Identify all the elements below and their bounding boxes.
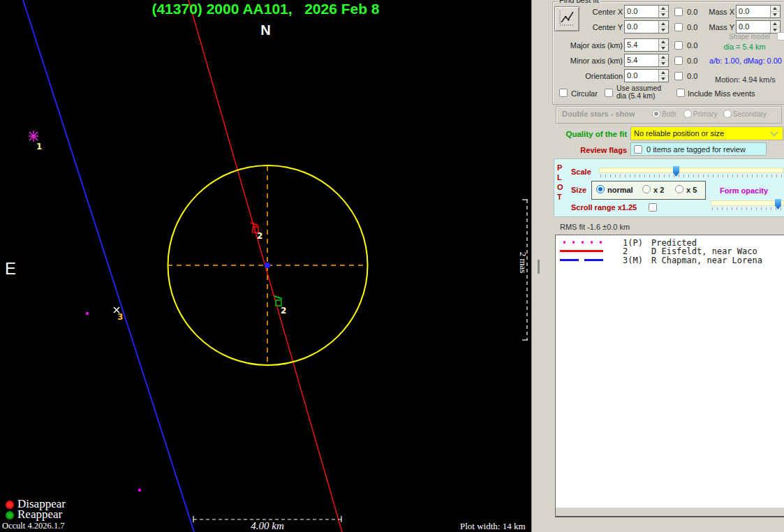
app-version: Occult 4.2026.1.7 xyxy=(2,521,65,531)
mas-bar-label: 2 mas xyxy=(517,246,528,279)
reappear-legend-label: Reappear xyxy=(17,508,62,522)
size-normal-radio[interactable] xyxy=(596,185,605,193)
quality-dropdown-value: No reliable position or size xyxy=(631,129,771,138)
line-sample-red-solid xyxy=(560,250,603,252)
minor-axis-error: 0.0 xyxy=(687,57,697,65)
size-x2-radio[interactable] xyxy=(642,185,651,193)
mass-x-label: Mass X xyxy=(707,8,734,16)
scroll-range-checkbox[interactable] xyxy=(649,203,657,212)
minor-axis-fit-checkbox[interactable] xyxy=(674,57,683,65)
observer-num: 2 xyxy=(623,246,628,256)
plot-title: (41370) 2000 AA101, 2026 Feb 8 xyxy=(0,1,531,17)
observer-row-3[interactable]: 3(M) R Chapman, near Lorena xyxy=(556,256,784,264)
review-flags-checkbox[interactable] xyxy=(634,145,642,154)
orientation-spinner[interactable] xyxy=(658,70,668,82)
size-x5-label: x 5 xyxy=(686,186,697,194)
center-y-input[interactable]: 0.0 xyxy=(624,20,669,34)
orientation-value: 0.0 xyxy=(625,70,658,82)
center-x-label: Center X xyxy=(577,8,623,16)
use-assumed-dia-checkbox[interactable] xyxy=(605,89,613,97)
major-axis-input[interactable]: 5.4 xyxy=(624,38,669,52)
orientation-label: Orientation xyxy=(549,72,623,80)
orientation-error: 0.0 xyxy=(687,72,697,80)
double-stars-primary-radio[interactable] xyxy=(683,110,692,118)
control-panel: Find best fit Center X 0.0 0.0 Mass X 0.… xyxy=(531,0,784,532)
svg-text:3: 3 xyxy=(117,312,123,322)
mass-x-input[interactable]: 0.0 xyxy=(736,5,781,18)
center-x-value: 0.0 xyxy=(625,6,658,17)
minor-axis-label: Minor axis (km) xyxy=(549,57,623,65)
size-x5-radio[interactable] xyxy=(675,185,683,193)
center-x-fit-checkbox[interactable] xyxy=(674,8,683,16)
double-stars-secondary-radio[interactable] xyxy=(723,110,732,118)
mass-y-label: Mass Y xyxy=(707,23,734,31)
disappear-dot-icon xyxy=(6,501,14,509)
center-y-spinner[interactable] xyxy=(658,21,668,33)
observer-row-predicted[interactable]: 1(P) Predicted xyxy=(556,238,784,246)
reappear-dot-icon xyxy=(6,511,14,519)
size-x2-label: x 2 xyxy=(653,186,664,194)
review-flags-label: Review flags xyxy=(557,146,627,154)
size-normal-label: normal xyxy=(607,186,633,194)
center-y-value: 0.0 xyxy=(625,21,658,33)
form-opacity-slider[interactable] xyxy=(711,199,784,211)
review-flags-text: 0 items are tagged for review xyxy=(646,145,746,154)
orientation-fit-checkbox[interactable] xyxy=(674,72,683,80)
plot-width-label: Plot width: 14 km xyxy=(460,521,526,532)
include-miss-checkbox[interactable] xyxy=(676,89,685,97)
scroll-range-label: Scroll range x1.25 xyxy=(571,203,637,212)
run-fit-button[interactable] xyxy=(554,6,579,31)
svg-text:2: 2 xyxy=(281,306,286,316)
observers-list[interactable]: 1(P) Predicted 2 D Eisfeldt, near Waco 3… xyxy=(555,235,784,517)
east-label: E xyxy=(5,259,16,279)
circular-label: Circular xyxy=(571,89,598,98)
minor-axis-input[interactable]: 5.4 xyxy=(624,54,669,67)
form-opacity-label: Form opacity xyxy=(720,186,768,195)
shape-model-label: Shape model xyxy=(729,33,770,40)
include-miss-label: Include Miss events xyxy=(688,89,755,98)
minor-axis-value: 5.4 xyxy=(625,54,658,66)
motion-text: Motion: 4.94 km/s xyxy=(715,75,776,84)
major-axis-label: Major axis (km) xyxy=(549,41,623,50)
line-sample-magenta-dotted xyxy=(560,241,603,244)
quality-of-fit-label: Quality of the fit xyxy=(557,130,627,138)
diameter-text: dia = 5.4 km xyxy=(708,43,781,51)
shape-model-checkbox[interactable] xyxy=(777,32,784,40)
mass-y-spinner[interactable] xyxy=(770,21,780,33)
north-label: N xyxy=(0,22,531,38)
double-stars-both-radio[interactable] xyxy=(652,110,660,118)
major-axis-value: 5.4 xyxy=(625,39,658,51)
circular-checkbox[interactable] xyxy=(559,89,568,97)
major-axis-fit-checkbox[interactable] xyxy=(674,41,683,50)
plot-svg[interactable]: 1223 xyxy=(0,0,531,532)
center-x-spinner[interactable] xyxy=(658,6,668,17)
find-best-fit-caption: Find best fit xyxy=(557,0,601,4)
observer-num: 3(M) xyxy=(623,256,643,265)
scale-slider[interactable] xyxy=(599,166,783,178)
major-axis-spinner[interactable] xyxy=(658,39,668,51)
observer-name: R Chapman, near Lorena xyxy=(651,256,762,265)
double-stars-caption: Double stars - show xyxy=(562,110,635,118)
mass-y-value: 0.0 xyxy=(737,21,770,33)
axis-ratio-text: a/b: 1.00, dMag: 0.00 xyxy=(707,57,784,65)
observer-row-2[interactable]: 2 D Eisfeldt, near Waco xyxy=(556,246,784,255)
svg-text:1: 1 xyxy=(36,142,42,152)
use-assumed-dia-label: Use assumed dia (5.4 km) xyxy=(616,84,672,100)
chevron-down-icon xyxy=(770,128,778,135)
scale-bar-label: 4.00 km xyxy=(209,520,325,532)
center-y-fit-checkbox[interactable] xyxy=(674,23,683,31)
list-horizontal-scrollbar[interactable] xyxy=(556,508,784,516)
orientation-input[interactable]: 0.0 xyxy=(624,69,669,82)
major-axis-error: 0.0 xyxy=(687,41,697,50)
center-x-input[interactable]: 0.0 xyxy=(624,5,669,18)
scale-label: Scale xyxy=(571,168,591,176)
quality-dropdown[interactable]: No reliable position or size xyxy=(630,126,783,140)
double-stars-secondary-label: Secondary xyxy=(733,110,767,118)
mass-y-input[interactable]: 0.0 xyxy=(736,20,781,34)
occultation-plot-area[interactable]: 1223 (41370) 2000 AA101, 2026 Feb 8 N E … xyxy=(0,0,531,532)
mass-x-spinner[interactable] xyxy=(770,6,780,17)
center-y-label: Center Y xyxy=(577,23,623,31)
splitter-handle[interactable] xyxy=(538,260,540,274)
mass-x-value: 0.0 xyxy=(737,6,770,17)
minor-axis-spinner[interactable] xyxy=(658,54,668,66)
